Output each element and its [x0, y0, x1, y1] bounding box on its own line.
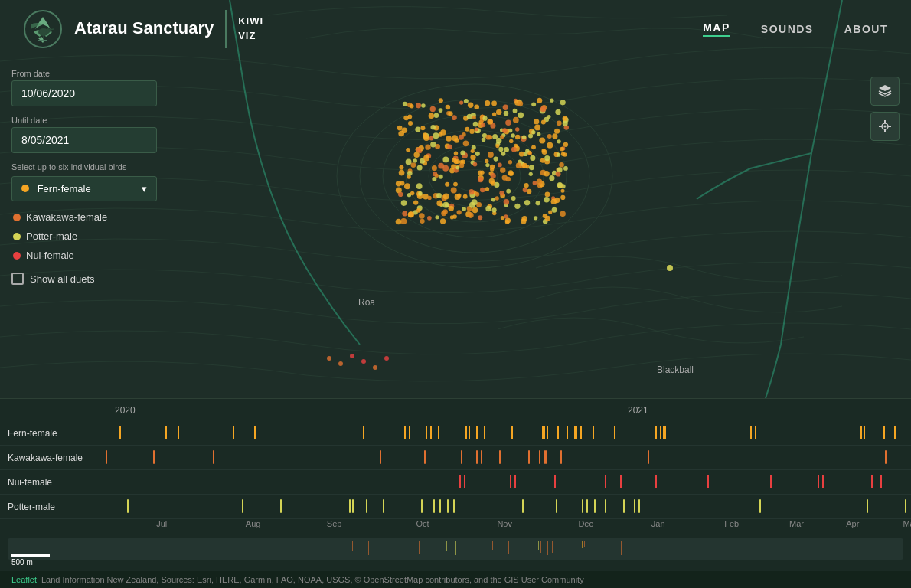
row-label-kawakawa: Kawakawa-female — [0, 452, 100, 463]
month-label-jul: Jul — [156, 519, 167, 528]
row-bars-potter — [100, 495, 911, 518]
selected-bird-label: Fern-female — [38, 183, 91, 194]
scale-indicator: 500 m — [11, 554, 50, 567]
row-bars-fern — [100, 421, 911, 445]
row-bars-nui — [100, 470, 911, 494]
layers-icon — [877, 83, 893, 99]
map-controls — [870, 77, 900, 141]
timeline-row-nui: Nui-female — [0, 470, 911, 495]
bird-select-label: Select up to six individual birds — [11, 162, 176, 172]
timeline-row-fern: Fern-female — [0, 421, 911, 446]
from-date-field[interactable]: 10/06/2020 — [11, 80, 157, 106]
nui-dot — [13, 252, 21, 260]
nav-about[interactable]: ABOUT — [844, 23, 888, 35]
show-duets-area: Show all duets — [11, 273, 176, 285]
bird-nui: Nui-female — [11, 246, 176, 265]
year-2020: 2020 — [115, 405, 136, 416]
show-duets-label: Show all duets — [30, 273, 95, 285]
locate-button[interactable] — [870, 112, 900, 141]
month-label-feb: Feb — [724, 519, 739, 528]
svg-point-366 — [46, 28, 51, 33]
mini-timeline[interactable] — [8, 538, 903, 560]
nav-sounds[interactable]: SOUNDS — [761, 23, 814, 35]
month-label-aug: Aug — [246, 519, 261, 528]
kawakawa-dot — [13, 214, 21, 221]
month-label-mar: Mar — [789, 519, 804, 528]
status-bar: Leaflet | Land Information New Zealand, … — [0, 571, 911, 588]
main-nav: MAP SOUNDS ABOUT — [703, 21, 888, 37]
mini-timeline-inner — [8, 538, 903, 560]
timeline-area: 2020 2021 Fern-female Kawakawa-female Nu… — [0, 398, 911, 588]
bird-dropdown[interactable]: Fern-female ▾ — [11, 176, 157, 201]
logo-icon — [23, 9, 63, 49]
from-date-label: From date — [11, 69, 176, 78]
year-2021: 2021 — [628, 405, 648, 416]
bird-potter: Potter-male — [11, 227, 176, 246]
row-bars-kawakawa — [100, 446, 911, 469]
layers-button[interactable] — [870, 77, 900, 106]
logo-divider — [225, 10, 227, 48]
timeline-rows: Fern-female Kawakawa-female Nui-female P… — [0, 421, 911, 519]
timeline-row-kawakawa: Kawakawa-female — [0, 446, 911, 470]
until-date-label: Until date — [11, 116, 176, 125]
logo-title: Atarau Sanctuary — [74, 19, 214, 38]
row-label-fern: Fern-female — [0, 428, 100, 439]
fern-female-dot — [21, 185, 29, 192]
month-label-oct: Oct — [416, 519, 429, 528]
svg-line-369 — [43, 36, 44, 38]
potter-dot — [13, 233, 21, 240]
svg-line-367 — [49, 29, 54, 30]
month-label-nov: Nov — [497, 519, 512, 528]
show-duets-checkbox[interactable] — [11, 273, 24, 285]
month-label-dec: Dec — [578, 519, 593, 528]
kiwiviz-brand: KIWI VIZ — [238, 15, 263, 42]
bird-kawakawa: Kawakawa-female — [11, 207, 176, 227]
locate-icon — [877, 119, 893, 134]
dropdown-chevron: ▾ — [142, 183, 147, 194]
attribution-text: | Land Information New Zealand, Sources:… — [37, 575, 584, 584]
timeline-header: 2020 2021 — [0, 398, 911, 421]
nav-map[interactable]: MAP — [703, 21, 730, 37]
scale-bar — [11, 554, 50, 557]
row-label-nui: Nui-female — [0, 477, 100, 488]
header: Atarau Sanctuary KIWI VIZ MAP SOUNDS ABO… — [0, 0, 911, 57]
month-label-may: May — [903, 519, 911, 528]
svg-rect-364 — [38, 40, 47, 41]
month-labels: JulAugSepOctNovDecJanFebMarAprMay — [100, 519, 911, 538]
timeline-row-potter: Potter-male — [0, 495, 911, 519]
until-date-field[interactable]: 8/05/2021 — [11, 127, 157, 153]
month-label-apr: Apr — [846, 519, 859, 528]
scale-text: 500 m — [11, 558, 33, 567]
month-label-sep: Sep — [327, 519, 342, 528]
svg-point-375 — [884, 126, 887, 128]
svg-line-368 — [40, 36, 41, 38]
month-label-jan: Jan — [651, 519, 665, 528]
logo-area: Atarau Sanctuary — [23, 9, 214, 49]
leaflet-link[interactable]: Leaflet — [11, 575, 37, 584]
left-panel: From date 10/06/2020 Until date 8/05/202… — [11, 69, 176, 285]
row-label-potter: Potter-male — [0, 501, 100, 512]
